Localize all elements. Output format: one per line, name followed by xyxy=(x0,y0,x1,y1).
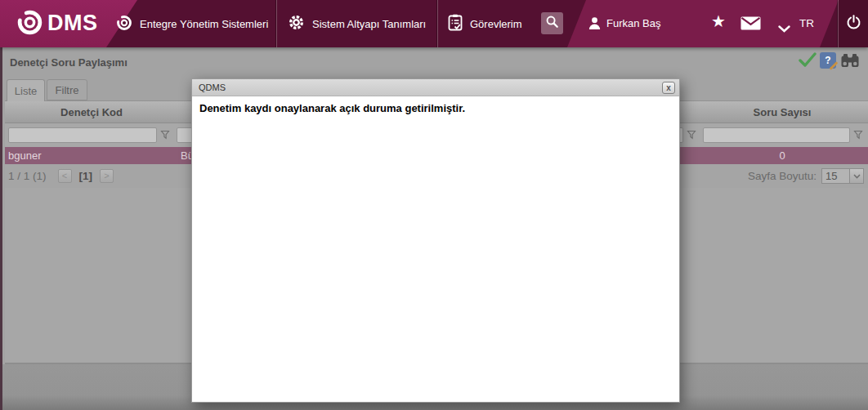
qdms-ring-icon xyxy=(116,15,132,33)
message-dialog: QDMS x Denetim kaydı onaylanarak açık du… xyxy=(191,78,680,403)
cell-soru-sayisi: 0 xyxy=(696,149,868,162)
search-icon xyxy=(545,15,559,32)
user-section: Furkan Baş ★ TR xyxy=(567,0,839,47)
help-book-icon[interactable]: ? xyxy=(820,52,836,69)
tab-label: Filtre xyxy=(56,84,79,96)
tab-liste[interactable]: Liste xyxy=(7,79,45,101)
pencil-icon xyxy=(830,61,839,70)
tasks-clipboard-icon xyxy=(448,14,463,33)
menu-divider xyxy=(276,0,277,47)
page-size-label: Sayfa Boyutu: xyxy=(748,170,817,182)
column-header-denetci-kod[interactable]: Denetçi Kod xyxy=(5,106,178,118)
language-selector[interactable]: TR xyxy=(799,17,814,29)
logout-power-button[interactable] xyxy=(839,0,868,47)
filter-funnel-icon[interactable] xyxy=(853,130,863,140)
tab-label: Liste xyxy=(15,85,37,97)
filter-funnel-icon[interactable] xyxy=(160,130,170,140)
page-left-edge xyxy=(0,47,2,410)
pagination-info: 1 / 1 (1) xyxy=(8,170,47,182)
modal-close-button[interactable]: x xyxy=(662,82,675,94)
modal-message: Denetim kaydı onaylanarak açık duruma ge… xyxy=(199,102,672,114)
gear-icon xyxy=(288,14,305,33)
approve-check-icon[interactable] xyxy=(799,51,817,71)
current-page-indicator[interactable]: [1] xyxy=(79,170,93,182)
qdms-logo-text: DMS xyxy=(47,11,98,36)
search-button[interactable] xyxy=(541,12,563,34)
menu-item-label: Sistem Altyapı Tanımları xyxy=(312,18,426,30)
menu-item-gorevlerim[interactable]: Görevlerim xyxy=(448,0,522,47)
qdms-app-window: DMS Entegre Yönetim Sistemleri Sistem Al… xyxy=(0,0,868,410)
modal-body: Denetim kaydı onaylanarak açık duruma ge… xyxy=(192,96,679,120)
tab-filtre[interactable]: Filtre xyxy=(47,79,87,100)
filter-funnel-icon[interactable] xyxy=(687,130,696,140)
cell-denetci-kod: bguner xyxy=(5,149,178,162)
menu-item-label: Entegre Yönetim Sistemleri xyxy=(140,18,268,30)
modal-title: QDMS xyxy=(199,79,226,96)
user-name[interactable]: Furkan Baş xyxy=(606,17,660,29)
menu-item-entegre-yonetim-sistemleri[interactable]: Entegre Yönetim Sistemleri xyxy=(116,0,268,47)
chevron-down-icon xyxy=(849,169,863,183)
close-icon: x xyxy=(666,83,671,92)
mail-envelope-icon[interactable] xyxy=(740,16,761,33)
menu-divider xyxy=(437,0,438,47)
page-size-select[interactable]: 15 xyxy=(821,168,864,184)
qdms-logo-icon xyxy=(16,9,43,39)
filter-input-denetci-kod[interactable] xyxy=(8,127,157,143)
filter-input-soru-sayisi[interactable] xyxy=(703,127,850,143)
top-navigation-bar: DMS Entegre Yönetim Sistemleri Sistem Al… xyxy=(0,0,868,47)
chevron-down-icon[interactable] xyxy=(778,21,790,36)
column-header-soru-sayisi[interactable]: Soru Sayısı xyxy=(696,106,868,118)
prev-page-button[interactable]: < xyxy=(58,169,72,183)
power-icon xyxy=(845,14,862,34)
next-page-button[interactable]: > xyxy=(100,169,114,183)
menu-item-sistem-altyapi-tanimlari[interactable]: Sistem Altyapı Tanımları xyxy=(288,0,426,47)
user-person-icon[interactable] xyxy=(587,16,602,34)
menu-item-label: Görevlerim xyxy=(470,18,522,30)
page-title: Denetçi Soru Paylaşımı xyxy=(10,56,128,69)
binoculars-search-icon[interactable] xyxy=(840,53,860,71)
favorites-star-icon[interactable]: ★ xyxy=(711,12,726,30)
page-size-value: 15 xyxy=(822,169,849,183)
modal-titlebar[interactable]: QDMS x xyxy=(192,79,679,96)
